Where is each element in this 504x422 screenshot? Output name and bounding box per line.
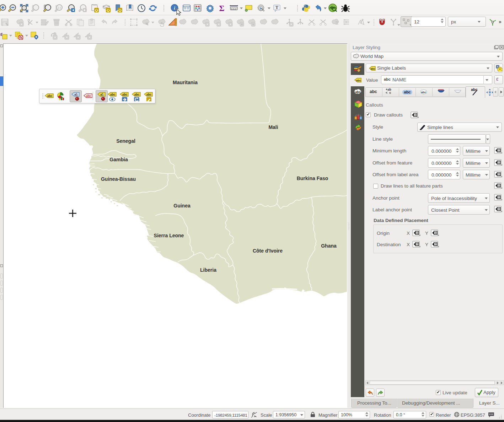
svg-text:abc: abc <box>421 91 426 94</box>
svg-text:abc: abc <box>355 90 361 94</box>
svg-text:abc: abc <box>122 93 128 96</box>
svg-text:Liberia: Liberia <box>200 267 216 273</box>
svg-text:Senegal: Senegal <box>116 138 135 144</box>
svg-text:Guinea: Guinea <box>173 203 191 209</box>
svg-text:Gambia: Gambia <box>109 157 128 162</box>
svg-text:abc: abc <box>47 94 53 98</box>
svg-text:i: i <box>174 5 175 11</box>
svg-text:Ghana: Ghana <box>321 243 337 249</box>
svg-text:abc: abc <box>371 67 375 70</box>
svg-text:abc: abc <box>134 93 140 96</box>
svg-text:abc: abc <box>110 93 116 96</box>
svg-text:Côte d'Ivoire: Côte d'Ivoire <box>253 248 283 254</box>
svg-text:Mali: Mali <box>268 124 278 130</box>
svg-text:Mauritania: Mauritania <box>173 80 198 85</box>
svg-text:abc: abc <box>86 94 91 98</box>
svg-text:T: T <box>275 5 278 10</box>
svg-text:Burkina Faso: Burkina Faso <box>297 175 328 181</box>
svg-text:abc: abc <box>404 90 411 94</box>
svg-text:Σ: Σ <box>219 4 224 12</box>
svg-text:Guinea-Bissau: Guinea-Bissau <box>101 176 136 182</box>
svg-text:1:1: 1:1 <box>58 6 61 9</box>
svg-text:abc: abc <box>146 93 152 96</box>
svg-text:Sierra Leone: Sierra Leone <box>154 233 184 238</box>
